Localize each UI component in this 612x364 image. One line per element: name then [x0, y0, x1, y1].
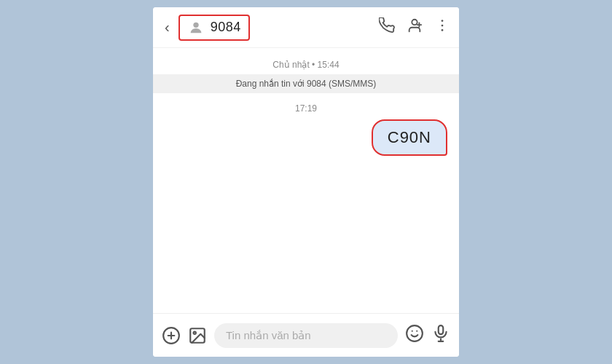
svg-point-4 [442, 20, 444, 22]
text-input[interactable]: Tin nhắn văn bản [214, 323, 398, 348]
more-icon[interactable] [434, 17, 450, 37]
gallery-icon[interactable] [188, 326, 207, 345]
timestamp2: 17:19 [153, 93, 459, 119]
contact-number: 9084 [211, 20, 241, 35]
timestamp1: Chủ nhật • 15:44 [153, 48, 459, 74]
message-bubble: C90N [372, 119, 447, 156]
call-icon[interactable] [379, 17, 395, 37]
top-icons [379, 17, 450, 37]
add-contact-icon[interactable] [407, 17, 423, 37]
info-bar: Đang nhắn tin với 9084 (SMS/MMS) [153, 74, 459, 93]
top-bar: ‹ 9084 [153, 7, 459, 48]
svg-point-12 [407, 325, 423, 341]
svg-point-0 [193, 22, 198, 27]
svg-point-6 [442, 29, 444, 31]
phone-container: ‹ 9084 [153, 7, 459, 357]
svg-rect-15 [439, 325, 444, 334]
emoji-icon[interactable] [405, 324, 424, 347]
add-attachment-icon[interactable] [162, 326, 181, 345]
svg-point-11 [194, 331, 196, 333]
contact-box[interactable]: 9084 [178, 15, 250, 41]
svg-point-5 [442, 25, 444, 27]
mic-icon[interactable] [431, 324, 450, 347]
contact-avatar-icon [187, 19, 205, 36]
message-area: Chủ nhật • 15:44 Đang nhắn tin với 9084 … [153, 48, 459, 313]
message-row: C90N [153, 119, 459, 165]
svg-point-1 [412, 20, 417, 25]
back-button[interactable]: ‹ [162, 16, 173, 39]
text-input-placeholder: Tin nhắn văn bản [226, 329, 311, 342]
bottom-bar: Tin nhắn văn bản [153, 313, 459, 357]
